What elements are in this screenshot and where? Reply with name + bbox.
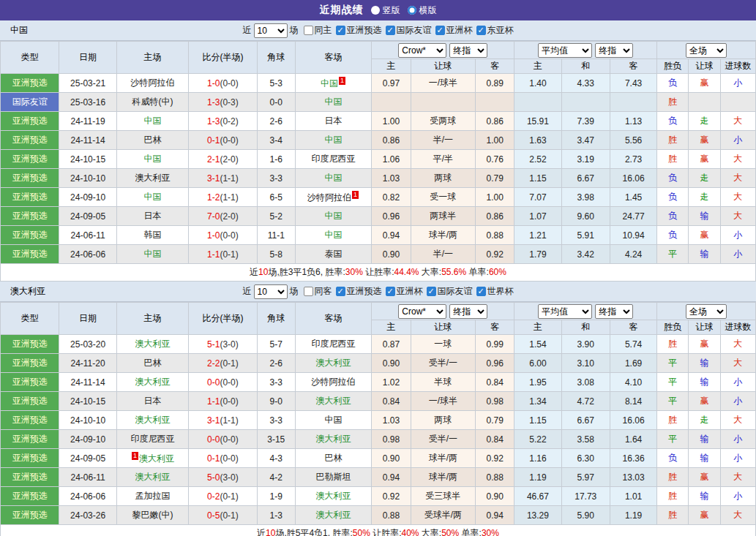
corner-cell: 11-1 [257, 226, 295, 245]
result-text: 小 [733, 135, 742, 145]
away-team-cell[interactable]: 澳大利亚 [295, 392, 371, 411]
away-header: 客场 [295, 303, 371, 335]
home-team-name: 黎巴嫩(中) [132, 510, 173, 520]
goals-result-cell: 大 [720, 112, 755, 131]
league-filter-option[interactable]: ✓亚洲杯 [435, 24, 473, 37]
fulltime-score: 3-1 [207, 415, 220, 426]
fulltime-select[interactable]: 全场 [686, 304, 727, 319]
away-team-cell[interactable]: 日本 [295, 112, 371, 131]
home-team-cell[interactable]: 澳大利亚 [116, 373, 188, 392]
red-card-badge: 1 [339, 77, 345, 85]
league-checkbox[interactable]: ✓ [386, 287, 395, 296]
halftime-score: (0-0) [220, 453, 238, 464]
league-filter-option[interactable]: ✓国际友谊 [386, 24, 432, 37]
same-venue-checkbox[interactable] [304, 287, 313, 296]
league-checkbox[interactable]: ✓ [336, 26, 345, 35]
home-team-cell[interactable]: 澳大利亚 [116, 411, 188, 430]
league-checkbox[interactable]: ✓ [386, 26, 395, 35]
away-team-cell[interactable]: 泰国 [295, 245, 371, 264]
away-team-cell[interactable]: 中国 [295, 131, 371, 150]
bookmaker-select[interactable]: Crow* [398, 304, 446, 319]
away-team-cell[interactable]: 澳大利亚 [295, 430, 371, 449]
bookmaker-select[interactable]: Crow* [398, 43, 446, 58]
average-select[interactable]: 平均值 [538, 304, 592, 319]
home-team-cell[interactable]: 中国 [116, 112, 188, 131]
home-team-cell[interactable]: 黎巴嫩(中) [116, 506, 188, 525]
handicap-result-cell: 走 [689, 112, 720, 131]
same-venue-option[interactable]: 同客 [304, 285, 332, 298]
league-filter-option[interactable]: ✓亚洲预选 [336, 24, 382, 37]
score-header: 比分(半场) [189, 303, 257, 335]
avg-away-odds-cell: 8.14 [610, 392, 656, 411]
league-filter-option[interactable]: ✓国际友谊 [427, 285, 473, 298]
league-filter-option[interactable]: ✓亚洲杯 [386, 285, 423, 298]
away-team-cell[interactable]: 澳大利亚 [295, 506, 371, 525]
away-team-cell[interactable]: 中国 [295, 93, 371, 112]
avg-sub-header: 客 [610, 59, 656, 74]
away-team-cell[interactable]: 中国 [295, 169, 371, 188]
home-team-cell[interactable]: 澳大利亚 [116, 169, 188, 188]
crow-handicap-cell: 受球半/两 [411, 506, 475, 525]
average-stage-select[interactable]: 终指 [595, 43, 633, 58]
crow-home-odds-cell: 0.87 [372, 335, 411, 354]
score-cell: 5-1(3-0) [189, 335, 257, 354]
crow-home-odds-cell: 1.02 [372, 373, 411, 392]
fulltime-score: 0-1 [207, 453, 220, 464]
league-checkbox[interactable]: ✓ [336, 287, 345, 296]
home-team-cell[interactable]: 日本 [116, 392, 188, 411]
away-team-cell[interactable]: 中国 [295, 207, 371, 226]
avg-home-odds-cell: 1.21 [514, 226, 561, 245]
matches-count-select[interactable]: 10 [254, 284, 288, 299]
home-team-cell[interactable]: 澳大利亚 [116, 335, 188, 354]
match-date-cell: 24-11-20 [59, 354, 116, 373]
away-team-cell[interactable]: 澳大利亚 [295, 354, 371, 373]
league-checkbox[interactable]: ✓ [427, 287, 436, 296]
corner-cell: 5-8 [257, 245, 295, 264]
same-venue-checkbox[interactable] [304, 26, 313, 35]
horizontal-radio[interactable]: 横版 [408, 4, 437, 17]
halftime-score: (0-0) [220, 78, 238, 88]
league-filter-option[interactable]: ✓亚洲预选 [336, 285, 382, 298]
league-filter-option[interactable]: ✓世界杯 [476, 285, 514, 298]
home-team-cell[interactable]: 中国 [116, 150, 188, 169]
home-team-cell[interactable]: 1澳大利亚 [116, 449, 188, 468]
home-team-cell[interactable]: 巴林 [116, 354, 188, 373]
fulltime-score: 2-2 [207, 358, 220, 369]
away-team-cell[interactable]: 中国1 [295, 74, 371, 93]
league-checkbox[interactable]: ✓ [476, 287, 486, 296]
vertical-radio[interactable]: 竖版 [371, 4, 400, 17]
average-select[interactable]: 平均值 [538, 43, 592, 58]
away-team-cell[interactable]: 中国 [295, 411, 371, 430]
home-team-cell[interactable]: 科威特(中) [116, 93, 188, 112]
home-team-cell[interactable]: 印度尼西亚 [116, 430, 188, 449]
home-team-cell[interactable]: 沙特阿拉伯 [116, 74, 188, 93]
odds-stage-select[interactable]: 终指 [449, 43, 487, 58]
home-team-cell[interactable]: 韩国 [116, 226, 188, 245]
summary-stat-value: 50% [353, 528, 370, 536]
fulltime-select[interactable]: 全场 [686, 43, 727, 58]
home-team-cell[interactable]: 中国 [116, 245, 188, 264]
average-stage-select[interactable]: 终指 [595, 304, 633, 319]
result-sub-header: 进球数 [720, 59, 755, 74]
odds-stage-select[interactable]: 终指 [449, 304, 487, 319]
match-type-cell: 亚洲预选 [1, 188, 59, 207]
league-filter-option[interactable]: ✓东亚杯 [476, 24, 514, 37]
home-team-cell[interactable]: 巴林 [116, 131, 188, 150]
away-team-cell[interactable]: 澳大利亚 [295, 487, 371, 506]
away-team-cell[interactable]: 印度尼西亚 [295, 335, 371, 354]
home-team-cell[interactable]: 澳大利亚 [116, 468, 188, 487]
away-team-cell[interactable]: 中国 [295, 226, 371, 245]
score-cell: 0-5(0-1) [189, 506, 257, 525]
same-venue-option[interactable]: 同主 [304, 24, 332, 37]
league-checkbox[interactable]: ✓ [476, 26, 486, 35]
away-team-cell[interactable]: 巴勒斯坦 [295, 468, 371, 487]
away-team-cell[interactable]: 巴林 [295, 449, 371, 468]
home-team-cell[interactable]: 日本 [116, 207, 188, 226]
league-checkbox[interactable]: ✓ [435, 26, 445, 35]
away-team-cell[interactable]: 沙特阿拉伯 [295, 373, 371, 392]
away-team-cell[interactable]: 印度尼西亚 [295, 150, 371, 169]
home-team-cell[interactable]: 孟加拉国 [116, 487, 188, 506]
home-team-cell[interactable]: 中国 [116, 188, 188, 207]
away-team-cell[interactable]: 沙特阿拉伯1 [295, 188, 371, 207]
matches-count-select[interactable]: 10 [254, 23, 288, 38]
